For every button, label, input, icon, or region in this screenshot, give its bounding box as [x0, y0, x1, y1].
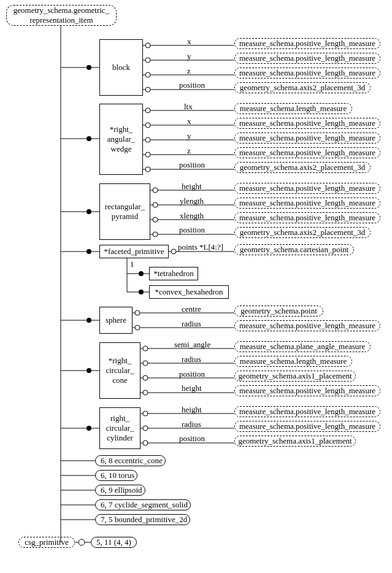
attr-label: y [187, 52, 191, 61]
attr-label: position [179, 80, 205, 90]
type-box: measure_schema.positive_length_measure [234, 198, 380, 209]
attr-label: x [187, 37, 191, 47]
type-box: geometry_schema.axis2_placement_3d [234, 82, 371, 93]
attr-label: position [179, 434, 205, 444]
type-box: measure_schema.positive_length_measure [234, 406, 380, 417]
attr-label: semi_angle [174, 340, 210, 350]
attr-label: z [187, 146, 191, 156]
hexahedron-entity: *convex_hexahedron [149, 285, 229, 299]
svg-point-31 [145, 108, 150, 113]
type-box: measure_schema.plane_angle_measure [234, 341, 371, 352]
type-box: geometry_schema.cartesian_point [234, 244, 354, 255]
svg-point-23 [145, 43, 150, 48]
type-box: measure_schema.positive_length_measure [234, 320, 380, 331]
svg-point-64 [143, 375, 148, 380]
csg-primitive: csg_primitive [18, 537, 75, 548]
type-box: measure_schema.positive_length_measure [234, 118, 380, 129]
svg-point-52 [139, 271, 144, 276]
faceted-entity: *faceted_primitive [99, 245, 169, 258]
svg-point-72 [143, 440, 148, 445]
svg-point-33 [145, 123, 150, 128]
svg-point-14 [86, 426, 91, 431]
attr-label: x [187, 117, 191, 126]
svg-point-68 [143, 411, 148, 416]
wedge-entity: *right_ angular_ wedge [99, 104, 143, 175]
svg-point-54 [139, 290, 144, 294]
svg-point-12 [86, 368, 91, 373]
attr-label: centre [182, 304, 201, 314]
type-box: geometry_schema.axis1_placement [234, 436, 356, 447]
type-box: measure_schema.positive_length_measure [234, 147, 380, 158]
type-box: measure_schema.length_measure [234, 356, 352, 367]
attr-label: z [187, 66, 191, 76]
svg-point-10 [86, 318, 91, 323]
pyramid-entity: rectangular_ pyramid [99, 183, 150, 240]
ref-entity: 6, 7 cyclide_segment_solid [95, 499, 191, 510]
attr-label: height [182, 182, 202, 191]
ref-entity: 7, 5 bounded_primitive_2d [95, 514, 190, 525]
ref-entity: 6, 10 torus [95, 470, 137, 481]
svg-point-66 [143, 390, 148, 395]
svg-point-4 [86, 136, 91, 141]
attr-label: height [182, 383, 202, 393]
type-box: measure_schema.positive_length_measure [234, 53, 380, 64]
type-box: measure_schema.positive_length_measure [234, 133, 380, 144]
svg-point-49 [171, 249, 176, 254]
cylinder-entity: right_ circular_ cylinder [99, 407, 140, 449]
svg-point-21 [79, 539, 85, 545]
tetrahedron-entity: *tetrahedron [149, 267, 198, 280]
attr-label: ltx [184, 102, 193, 112]
attr-label: height [182, 405, 202, 415]
svg-point-60 [143, 346, 148, 351]
type-box: geometry_schema.point [234, 306, 323, 317]
type-box: measure_schema.positive_length_measure [234, 38, 380, 49]
attr-label: y [187, 131, 191, 141]
svg-point-27 [145, 72, 150, 77]
svg-point-39 [145, 167, 150, 172]
block-entity: block [99, 39, 143, 96]
type-box: geometry_schema.axis1_placement [234, 371, 356, 382]
svg-point-58 [135, 325, 140, 330]
cardinality-label: 1 [130, 260, 134, 269]
svg-point-43 [153, 202, 158, 207]
svg-point-29 [145, 87, 150, 92]
sphere-entity: sphere [99, 307, 133, 334]
type-box: measure_schema.positive_length_measure [234, 212, 380, 223]
type-box: geometry_schema.axis2_placement_3d [234, 227, 371, 238]
attr-label: position [179, 225, 205, 235]
svg-point-37 [145, 152, 150, 157]
svg-point-6 [86, 209, 91, 214]
svg-point-25 [145, 58, 150, 63]
svg-point-56 [135, 310, 140, 315]
attr-label: radius [182, 355, 201, 364]
type-box: measure_schema.length_measure [234, 103, 352, 114]
attr-label: radius [182, 319, 201, 329]
attr-label: xlength [180, 211, 204, 221]
svg-point-2 [86, 65, 91, 70]
svg-point-45 [153, 217, 158, 222]
root-entity: geometry_schema.geometric_ representatio… [6, 5, 117, 26]
svg-point-35 [145, 137, 150, 142]
attr-label: radius [182, 420, 201, 429]
svg-point-47 [153, 232, 158, 237]
attr-label: ylength [180, 196, 204, 206]
attr-label: position [179, 369, 205, 379]
type-box: geometry_schema.axis2_placement_3d [234, 162, 371, 173]
svg-point-8 [86, 249, 91, 254]
type-box: measure_schema.positive_length_measure [234, 385, 380, 396]
csg-ref: 5, 11 (4, 4) [91, 537, 137, 548]
type-box: measure_schema.positive_length_measure [234, 183, 380, 194]
type-box: measure_schema.positive_length_measure [234, 421, 380, 432]
ref-entity: 6, 9 ellipsoid [95, 485, 145, 496]
type-box: measure_schema.positive_length_measure [234, 67, 380, 79]
svg-point-41 [153, 188, 158, 193]
svg-point-70 [143, 426, 148, 431]
attr-label: position [179, 160, 205, 170]
ref-entity: 6, 8 eccentric_cone [95, 455, 166, 466]
svg-point-62 [143, 361, 148, 366]
attr-label: points *L[4:?] [178, 242, 223, 252]
cone-entity: *right_ circular_ cone [99, 342, 140, 399]
